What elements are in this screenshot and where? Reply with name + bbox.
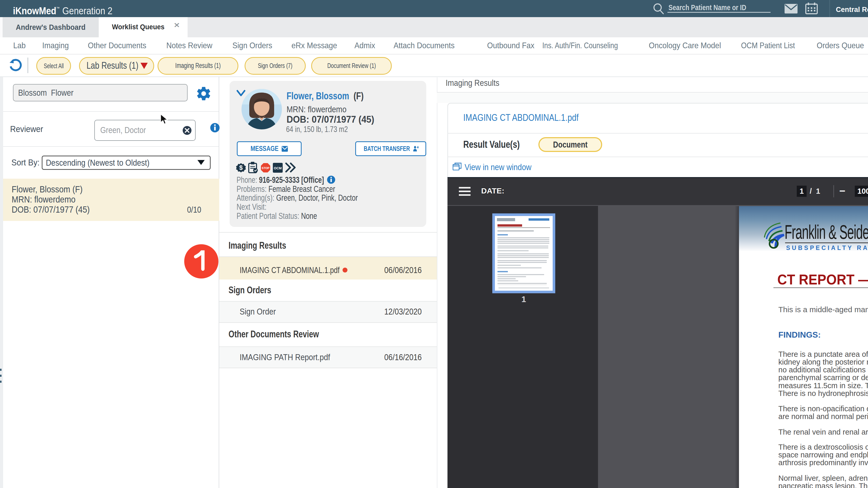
svg-text:OCM: OCM (274, 166, 282, 170)
svg-text:$: $ (239, 164, 243, 171)
svg-text:STOP: STOP (262, 167, 270, 170)
